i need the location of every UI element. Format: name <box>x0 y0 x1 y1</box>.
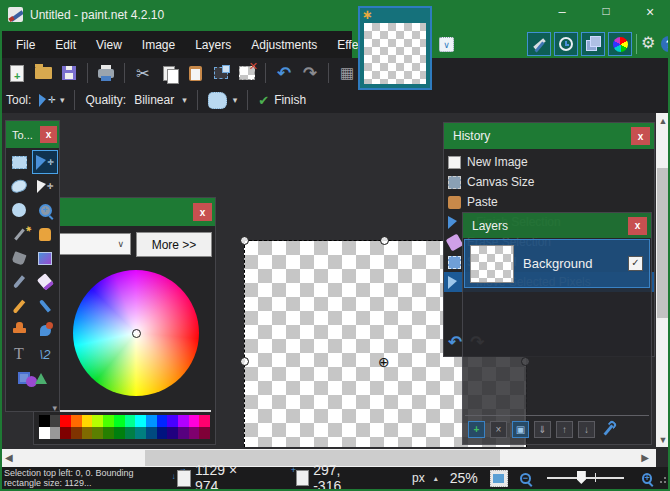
eraser-tool[interactable] <box>32 270 58 294</box>
menu-file[interactable]: File <box>6 32 45 58</box>
paste-button[interactable] <box>182 61 208 85</box>
color-wheel-cursor[interactable] <box>132 329 141 338</box>
tools-close-icon[interactable]: x <box>40 126 57 143</box>
add-layer-button[interactable]: + <box>468 421 485 438</box>
selection-handle-top-left[interactable] <box>240 236 249 245</box>
move-selected-pixels-tool[interactable]: ✛ <box>32 150 58 174</box>
zoom-in-icon[interactable]: + <box>642 473 653 484</box>
minimize-button[interactable]: – <box>548 4 576 26</box>
tool-dropdown-caret[interactable]: ▾ <box>60 95 65 105</box>
merge-layer-down-button[interactable]: ⇓ <box>534 421 551 438</box>
history-item[interactable]: Paste <box>444 192 654 212</box>
palette-swatch[interactable] <box>50 415 61 427</box>
palette-swatch[interactable] <box>178 415 189 427</box>
lasso-select-tool[interactable] <box>6 174 32 198</box>
color-picker-tool[interactable] <box>32 294 58 318</box>
zoom-to-window-button[interactable] <box>490 470 508 487</box>
zoom-slider-thumb[interactable] <box>577 471 586 484</box>
gradient-tool[interactable] <box>32 246 58 270</box>
paint-bucket-tool[interactable] <box>6 246 32 270</box>
selection-dropdown-caret[interactable]: ▾ <box>233 95 238 105</box>
finish-button[interactable]: Finish <box>274 93 306 107</box>
palette-swatch[interactable] <box>178 427 189 439</box>
layers-palette-header[interactable]: Layers x <box>463 213 651 238</box>
history-palette-header[interactable]: History x <box>444 123 654 149</box>
menu-adjustments[interactable]: Adjustments <box>241 32 327 58</box>
layers-palette-toggle[interactable] <box>581 32 605 56</box>
zoom-slider[interactable] <box>547 477 624 479</box>
palette-swatch[interactable] <box>71 427 82 439</box>
palette-swatch[interactable] <box>125 415 136 427</box>
recolor-tool[interactable] <box>32 318 58 342</box>
layer-row-background[interactable]: Background ✓ <box>464 239 650 288</box>
deselect-button[interactable]: ✕ <box>234 61 260 85</box>
quality-dropdown-caret[interactable]: ▾ <box>182 95 187 105</box>
menu-image[interactable]: Image <box>132 32 185 58</box>
palette-swatch[interactable] <box>92 427 103 439</box>
magic-wand-tool[interactable]: ✱ <box>6 222 32 246</box>
palette-swatch[interactable] <box>167 415 178 427</box>
palette-swatch[interactable] <box>114 415 125 427</box>
palette-swatch[interactable] <box>125 427 136 439</box>
palette-swatch[interactable] <box>146 415 157 427</box>
menu-layers[interactable]: Layers <box>185 32 241 58</box>
selection-handle-top-center[interactable] <box>380 236 389 245</box>
move-layer-up-button[interactable]: ↑ <box>556 421 573 438</box>
new-image-button[interactable]: + <box>4 61 30 85</box>
palette-swatch[interactable] <box>167 427 178 439</box>
text-tool[interactable]: T <box>6 342 32 366</box>
history-item[interactable]: New Image <box>444 152 654 172</box>
colors-palette-header[interactable]: x <box>34 198 215 226</box>
palette-swatch[interactable] <box>82 427 93 439</box>
palette-swatch[interactable] <box>60 415 71 427</box>
palette-swatch[interactable] <box>146 427 157 439</box>
scroll-left-icon[interactable]: ◀ <box>5 452 13 463</box>
quality-value[interactable]: Bilinear <box>134 93 174 107</box>
palette-swatch[interactable] <box>199 427 210 439</box>
palette-swatch[interactable] <box>39 415 50 427</box>
palette-swatch[interactable] <box>103 415 114 427</box>
palette-swatch[interactable] <box>135 415 146 427</box>
redo-button[interactable]: ↷ <box>297 61 323 85</box>
unit-caret-icon[interactable]: ▴ <box>434 474 438 483</box>
image-list-chevron-icon[interactable]: ∨ <box>439 37 454 52</box>
selection-mode-icon[interactable] <box>208 92 227 109</box>
settings-gear-icon[interactable]: ⚙ <box>641 33 655 52</box>
line-curve-tool[interactable]: \2 <box>32 342 58 366</box>
pencil-tool[interactable] <box>6 294 32 318</box>
palette-swatch[interactable] <box>103 427 114 439</box>
palette-swatch[interactable] <box>135 427 146 439</box>
tools-palette-header[interactable]: To... x <box>6 121 59 148</box>
grid-toggle-button[interactable]: ▦ <box>334 61 360 85</box>
zoom-tool[interactable]: + <box>32 198 58 222</box>
undo-button[interactable]: ↶ <box>271 61 297 85</box>
menu-view[interactable]: View <box>86 32 132 58</box>
history-close-icon[interactable]: x <box>631 127 650 145</box>
scroll-right-icon[interactable]: ▶ <box>641 452 649 463</box>
move-layer-down-button[interactable]: ↓ <box>578 421 595 438</box>
paintbrush-tool[interactable] <box>6 270 32 294</box>
shapes-tool[interactable] <box>6 366 58 390</box>
layer-properties-button[interactable] <box>600 421 617 438</box>
duplicate-layer-button[interactable]: ▣ <box>512 421 529 438</box>
palette-swatch[interactable] <box>71 415 82 427</box>
more-button[interactable]: More >> <box>136 232 212 257</box>
colors-palette-toggle[interactable] <box>608 32 632 56</box>
save-button[interactable] <box>56 61 82 85</box>
move-selection-tool[interactable]: ✛ <box>32 174 58 198</box>
selection-handle-left-middle[interactable] <box>240 357 249 366</box>
pan-tool[interactable] <box>32 222 58 246</box>
palette-swatch[interactable] <box>39 427 50 439</box>
palette-swatch[interactable] <box>157 415 168 427</box>
history-undo-icon[interactable]: ↶ <box>448 332 462 353</box>
menu-edit[interactable]: Edit <box>45 32 86 58</box>
clone-stamp-tool[interactable] <box>6 318 32 342</box>
palette-swatch[interactable] <box>189 415 200 427</box>
open-file-button[interactable] <box>30 61 56 85</box>
palette-swatch[interactable] <box>157 427 168 439</box>
palette-swatch[interactable] <box>82 415 93 427</box>
palette-swatch[interactable] <box>92 415 103 427</box>
palette-swatch[interactable] <box>60 427 71 439</box>
zoom-out-icon[interactable]: − <box>520 473 531 484</box>
delete-layer-button[interactable]: × <box>490 421 507 438</box>
